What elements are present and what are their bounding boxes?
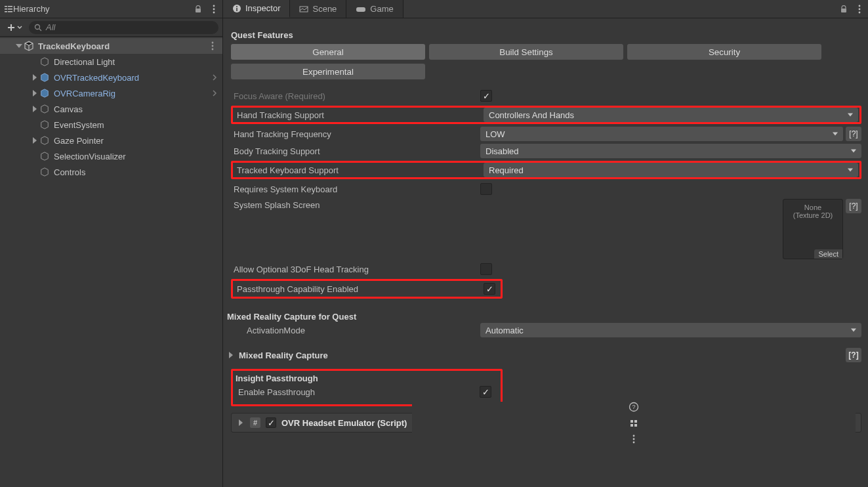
search-icon: [34, 24, 42, 32]
foldout-icon[interactable]: [30, 74, 39, 81]
prop-label: Hand Tracking Frequency: [231, 129, 480, 139]
tree-item[interactable]: Gaze Pointer: [0, 133, 222, 148]
tree-label: OVRTrackedKeyboard: [54, 73, 139, 83]
mrc-foldout[interactable]: Mixed Reality Capture [?]: [227, 348, 861, 362]
prop-hand-tracking-support: Hand Tracking Support Controllers And Ha…: [231, 106, 861, 124]
svg-point-15: [212, 45, 214, 47]
svg-point-23: [859, 5, 861, 7]
foldout-icon[interactable]: [237, 419, 245, 426]
prop-tracked-keyboard: Tracked Keyboard Support Required: [231, 161, 861, 179]
tree-item[interactable]: EventSystem: [0, 117, 222, 133]
tree-item[interactable]: OVRTrackedKeyboard: [0, 70, 222, 85]
inspector-body[interactable]: Quest Features General Build Settings Se…: [223, 18, 868, 487]
lock-icon[interactable]: [839, 5, 848, 14]
tree-root[interactable]: TrackedKeyboard: [0, 38, 222, 54]
checkbox[interactable]: [480, 183, 492, 195]
prop-requires-system-keyboard: Requires System Keyboard: [231, 180, 861, 198]
svg-point-32: [633, 435, 635, 437]
lock-icon[interactable]: [194, 5, 203, 14]
tree-item[interactable]: Directional Light: [0, 54, 222, 70]
svg-point-8: [213, 8, 215, 10]
prop-enable-passthrough: Enable Passthrough: [236, 383, 498, 400]
quest-features-title: Quest Features: [231, 30, 861, 40]
texture-slot[interactable]: None (Texture 2D) Select: [783, 199, 843, 259]
prop-label: Enable Passthrough: [236, 387, 480, 397]
gameobject-icon: [39, 119, 50, 130]
dropdown-body-tracking[interactable]: Disabled: [480, 144, 861, 158]
foldout-icon[interactable]: [30, 137, 39, 144]
quest-tab-security[interactable]: Security: [627, 44, 821, 60]
script-icon: #: [250, 417, 260, 428]
kebab-menu-icon[interactable]: [209, 5, 218, 14]
foldout-icon[interactable]: [30, 106, 39, 112]
foldout-icon[interactable]: [30, 90, 39, 96]
tree-label: Canvas: [54, 104, 83, 114]
chevron-right-icon[interactable]: [212, 74, 217, 81]
quest-tab-general[interactable]: General: [231, 44, 425, 60]
svg-rect-31: [634, 424, 637, 427]
quest-feature-tabs: General Build Settings Security: [231, 44, 861, 60]
create-dropdown[interactable]: [4, 23, 25, 32]
tab-scene[interactable]: Scene: [290, 0, 346, 18]
hierarchy-search[interactable]: All: [29, 21, 218, 34]
svg-point-12: [35, 24, 40, 29]
tree-item[interactable]: Controls: [0, 164, 222, 180]
gameobject-icon: [39, 151, 50, 161]
tree-label: Controls: [54, 167, 85, 177]
help-button[interactable]: [?]: [846, 127, 861, 141]
help-button[interactable]: [?]: [846, 199, 861, 213]
scene-icon: [299, 5, 308, 14]
hierarchy-title: Hierarchy: [13, 4, 50, 14]
kebab-menu-icon[interactable]: [629, 434, 638, 444]
help-icon[interactable]: ?: [629, 402, 639, 412]
tree-label: Gaze Pointer: [54, 136, 104, 146]
svg-rect-4: [8, 9, 12, 10]
dropdown-activation-mode[interactable]: Automatic: [480, 323, 861, 337]
mrc-quest-title: Mixed Reality Capture for Quest: [227, 312, 861, 322]
tree-item[interactable]: OVRCameraRig: [0, 85, 222, 101]
prop-passthrough-capability: Passthrough Capability Enabled: [231, 279, 503, 299]
preset-icon[interactable]: [629, 419, 638, 428]
svg-rect-11: [8, 27, 14, 28]
prop-label: Passthrough Capability Enabled: [234, 284, 484, 294]
prop-activation-mode: ActivationMode Automatic: [231, 322, 861, 339]
prop-label: Allow Optional 3DoF Head Tracking: [231, 265, 480, 274]
dropdown-tracked-keyboard[interactable]: Required: [484, 163, 858, 177]
tab-label: Inspector: [245, 3, 280, 13]
quest-tab-experimental[interactable]: Experimental: [231, 64, 425, 79]
tab-game[interactable]: Game: [346, 0, 403, 18]
svg-rect-1: [5, 9, 7, 10]
tree-label: SelectionVisualizer: [54, 152, 126, 161]
tree-item[interactable]: SelectionVisualizer: [0, 148, 222, 164]
search-placeholder: All: [46, 22, 55, 32]
tree-item[interactable]: Canvas: [0, 101, 222, 117]
tab-label: Game: [370, 4, 393, 14]
quest-tab-build[interactable]: Build Settings: [429, 44, 623, 60]
checkbox[interactable]: [480, 386, 491, 398]
svg-rect-0: [5, 6, 7, 7]
checkbox[interactable]: [480, 90, 492, 102]
hierarchy-panel: Hierarchy All: [0, 0, 223, 487]
enable-checkbox[interactable]: [266, 417, 276, 428]
foldout-icon[interactable]: [14, 43, 24, 49]
dropdown-hand-tracking-support[interactable]: Controllers And Hands: [484, 108, 858, 122]
help-button[interactable]: [?]: [846, 348, 861, 362]
svg-point-7: [213, 5, 215, 7]
svg-rect-29: [634, 420, 637, 423]
checkbox[interactable]: [484, 283, 495, 295]
prop-label: System Splash Screen: [231, 199, 480, 210]
tab-inspector[interactable]: Inspector: [223, 0, 290, 18]
gamepad-icon: [356, 5, 366, 13]
kebab-menu-icon[interactable]: [855, 5, 864, 14]
select-button[interactable]: Select: [814, 249, 842, 259]
svg-rect-3: [8, 6, 12, 7]
svg-rect-28: [630, 420, 633, 423]
dropdown-hand-tracking-frequency[interactable]: LOW: [480, 127, 843, 141]
kebab-menu-icon[interactable]: [208, 41, 217, 51]
checkbox[interactable]: [480, 263, 492, 275]
hierarchy-toolbar: All: [0, 18, 222, 37]
tree-label: Directional Light: [54, 57, 115, 67]
foldout-icon[interactable]: [227, 352, 235, 358]
component-headset-emulator[interactable]: # OVR Headset Emulator (Script) ?: [231, 413, 861, 433]
chevron-right-icon[interactable]: [212, 90, 217, 96]
